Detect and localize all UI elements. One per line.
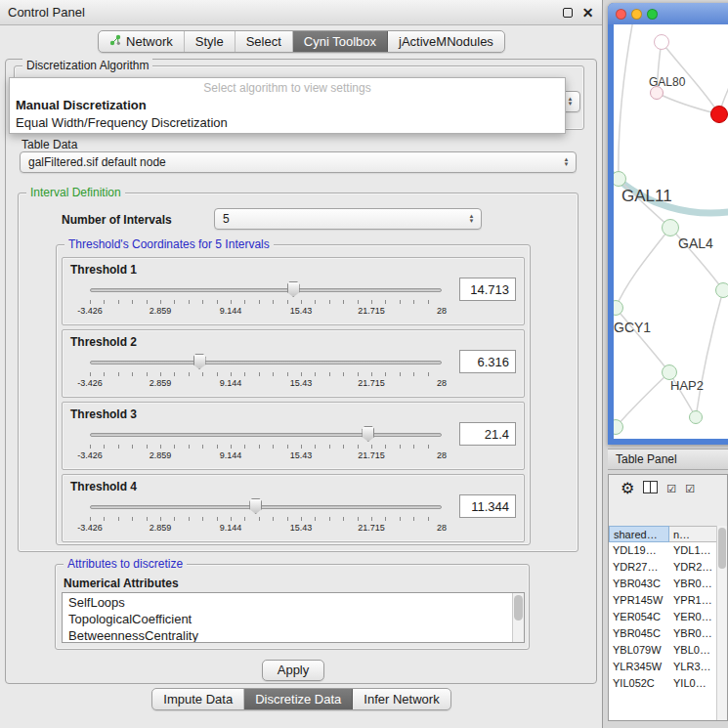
tick-label: -3.426: [77, 306, 103, 316]
dropdown-option-manual-discretization[interactable]: Manual Discretization: [10, 96, 565, 113]
list-scrollbar[interactable]: [512, 593, 524, 642]
close-traffic-light-icon[interactable]: [616, 9, 626, 20]
tick-label: 2.859: [150, 378, 172, 388]
select-all-checkbox-icon[interactable]: ☑: [666, 484, 676, 494]
table-cell: YPR145W: [609, 592, 669, 609]
threshold-label: Threshold 3: [70, 407, 137, 421]
table-cell: YDL19…: [609, 542, 669, 559]
tab-discretize-data[interactable]: Discretize Data: [244, 689, 353, 709]
table-row[interactable]: YBR045CYBR0…: [609, 625, 718, 642]
table-cell: YIL0…: [669, 675, 718, 692]
column-header-shared-name[interactable]: shared…: [609, 526, 669, 542]
tab-select[interactable]: Select: [236, 31, 293, 52]
list-item[interactable]: BetweennessCentrality: [63, 627, 524, 643]
slider-tick-labels: -3.4262.8599.14415.4321.71528: [90, 306, 442, 317]
table-cell: YBL0…: [669, 642, 718, 659]
network-canvas[interactable]: GAL80GAL11GAL4GCY1HAP2: [614, 24, 728, 439]
network-node[interactable]: [710, 106, 728, 123]
slider-track[interactable]: [90, 361, 442, 364]
columns-icon[interactable]: [643, 480, 658, 497]
dropdown-placeholder-option[interactable]: Select algorithm to view settings: [10, 78, 565, 96]
slider-track[interactable]: [90, 288, 442, 292]
list-item[interactable]: SelfLoops: [63, 594, 524, 611]
number-of-intervals-spinner[interactable]: 5 ▲▼: [214, 208, 482, 230]
table-row[interactable]: YDL19…YDL1…: [609, 542, 718, 559]
slider-thumb[interactable]: [249, 498, 262, 514]
stepper-arrows-icon[interactable]: ▲▼: [465, 214, 481, 224]
list-item[interactable]: TopologicalCoefficient: [63, 611, 524, 627]
threshold-value[interactable]: 6.316: [459, 350, 516, 373]
table-cell: YIL052C: [609, 675, 669, 692]
table-rows: YDL19…YDL1…YDR27…YDR2…YBR043CYBR0…YPR145…: [609, 542, 718, 720]
tab-infer-network[interactable]: Infer Network: [353, 689, 450, 709]
tab-style[interactable]: Style: [185, 31, 236, 52]
select-none-checkbox-icon[interactable]: ☑: [685, 484, 695, 494]
slider-track[interactable]: [90, 433, 442, 437]
slider-tick-labels: -3.4262.8599.14415.4321.71528: [90, 523, 442, 534]
table-cell: YER054C: [609, 609, 669, 625]
table-header-row: shared… n…: [609, 526, 718, 542]
table-row[interactable]: YLR345WYLR3…: [609, 659, 718, 675]
slider-track[interactable]: [90, 505, 442, 509]
table-cell: YBR0…: [669, 576, 718, 592]
table-cell: YBR0…: [669, 625, 718, 642]
scrollbar-thumb[interactable]: [514, 595, 523, 621]
threshold-slider[interactable]: -3.4262.8599.14415.4321.71528: [90, 498, 442, 537]
float-icon[interactable]: [561, 6, 574, 19]
number-of-intervals-value: 5: [223, 212, 465, 226]
threshold-value[interactable]: 14.713: [459, 278, 516, 301]
close-icon[interactable]: ✕: [581, 6, 594, 19]
table-row[interactable]: YBR043CYBR0…: [609, 576, 718, 592]
table-scrollbar[interactable]: [716, 526, 727, 720]
number-of-intervals-label: Number of Intervals: [62, 213, 172, 227]
table-row[interactable]: YER054CYER0…: [609, 609, 718, 625]
network-node[interactable]: [689, 410, 703, 424]
tab-jactivemnodules[interactable]: jActiveMNodules: [388, 31, 504, 52]
tab-network[interactable]: Network: [99, 31, 185, 52]
table-data-combobox[interactable]: galFiltered.sif default node ▲▼: [20, 151, 577, 173]
tab-cyni-toolbox[interactable]: Cyni Toolbox: [293, 31, 388, 52]
tick-label: 15.43: [290, 378, 313, 388]
apply-button[interactable]: Apply: [262, 660, 324, 681]
tab-impute-data[interactable]: Impute Data: [152, 689, 244, 709]
scrollbar-thumb[interactable]: [718, 528, 726, 569]
threshold-value[interactable]: 11.344: [459, 494, 516, 518]
tick-label: 15.43: [290, 450, 313, 460]
thresholds-group-title: Threshold's Coordinates for 5 Intervals: [64, 237, 274, 251]
table-row[interactable]: YPR145WYPR1…: [609, 592, 718, 609]
gear-icon[interactable]: ⚙: [621, 481, 634, 496]
tick-label: 9.144: [220, 378, 242, 388]
slider-thumb[interactable]: [287, 281, 300, 297]
threshold-slider[interactable]: -3.4262.8599.14415.4321.71528: [90, 426, 442, 465]
column-header-name[interactable]: n…: [669, 526, 718, 542]
threshold-value[interactable]: 21.4: [459, 422, 516, 446]
network-node[interactable]: [654, 34, 669, 50]
tick-label: 21.715: [358, 450, 385, 460]
stepper-arrows-icon[interactable]: ▲▼: [564, 97, 579, 107]
network-node[interactable]: [715, 282, 728, 298]
table-cell: YPR1…: [669, 592, 718, 609]
network-node[interactable]: [662, 219, 679, 236]
table-cell: YDR2…: [669, 559, 718, 576]
threshold-slider[interactable]: -3.4262.8599.14415.4321.71528: [90, 281, 442, 321]
table-row[interactable]: YDR27…YDR2…: [609, 559, 718, 576]
network-node-label: GCY1: [614, 320, 651, 335]
tab-label: Discretize Data: [255, 692, 341, 707]
algorithm-dropdown-popup: Select algorithm to view settings Manual…: [9, 77, 566, 134]
tick-label: 2.859: [150, 306, 172, 316]
tab-label: Cyni Toolbox: [304, 34, 376, 49]
tick-label: 15.43: [290, 523, 313, 533]
dropdown-option-equal-width-frequency[interactable]: Equal Width/Frequency Discretization: [10, 113, 565, 131]
minimize-traffic-light-icon[interactable]: [631, 9, 642, 20]
slider-thumb[interactable]: [362, 426, 374, 442]
tab-label: Impute Data: [163, 692, 233, 707]
slider-thumb[interactable]: [193, 354, 206, 369]
table-row[interactable]: YBL079WYBL0…: [609, 642, 718, 659]
numerical-attributes-list: SelfLoopsTopologicalCoefficientBetweenne…: [63, 593, 524, 643]
tick-label: 28: [437, 378, 447, 388]
zoom-traffic-light-icon[interactable]: [647, 9, 658, 20]
stepper-arrows-icon[interactable]: ▲▼: [560, 157, 576, 167]
threshold-slider[interactable]: -3.4262.8599.14415.4321.71528: [90, 354, 442, 393]
numerical-attributes-label: Numerical Attributes: [64, 577, 179, 590]
table-row[interactable]: YIL052CYIL0…: [609, 675, 718, 692]
